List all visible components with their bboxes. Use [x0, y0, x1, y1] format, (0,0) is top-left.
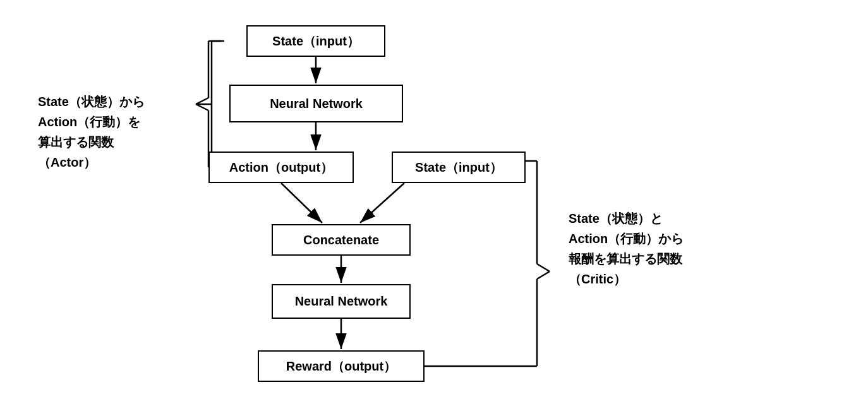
action-output-box: Action（output）	[208, 152, 354, 183]
concatenate-label: Concatenate	[303, 233, 379, 247]
diagram-arrows	[0, 0, 868, 416]
svg-line-17	[537, 264, 550, 271]
svg-line-11	[196, 98, 208, 104]
svg-line-18	[537, 271, 550, 279]
concatenate-box: Concatenate	[272, 224, 411, 256]
svg-line-4	[360, 183, 404, 223]
reward-output-label: Reward（output）	[286, 358, 396, 375]
neural-network-critic-box: Neural Network	[272, 284, 411, 319]
action-output-label: Action（output）	[229, 159, 333, 176]
state-input-top-box: State（input）	[246, 25, 385, 57]
neural-network-critic-label: Neural Network	[295, 294, 388, 309]
svg-line-12	[196, 104, 208, 110]
actor-label: State（状態）からAction（行動）を算出する関数（Actor）	[38, 92, 145, 172]
svg-line-3	[281, 183, 322, 223]
critic-label: State（状態）とAction（行動）から報酬を算出する関数（Critic）	[569, 208, 684, 289]
neural-network-actor-label: Neural Network	[270, 97, 363, 111]
state-input-right-label: State（input）	[415, 159, 502, 176]
neural-network-actor-box: Neural Network	[229, 85, 403, 122]
state-input-top-label: State（input）	[272, 33, 359, 50]
state-input-right-box: State（input）	[392, 152, 526, 183]
diagram-container: State（input） Neural Network Action（outpu…	[0, 0, 868, 416]
reward-output-box: Reward（output）	[258, 350, 425, 382]
